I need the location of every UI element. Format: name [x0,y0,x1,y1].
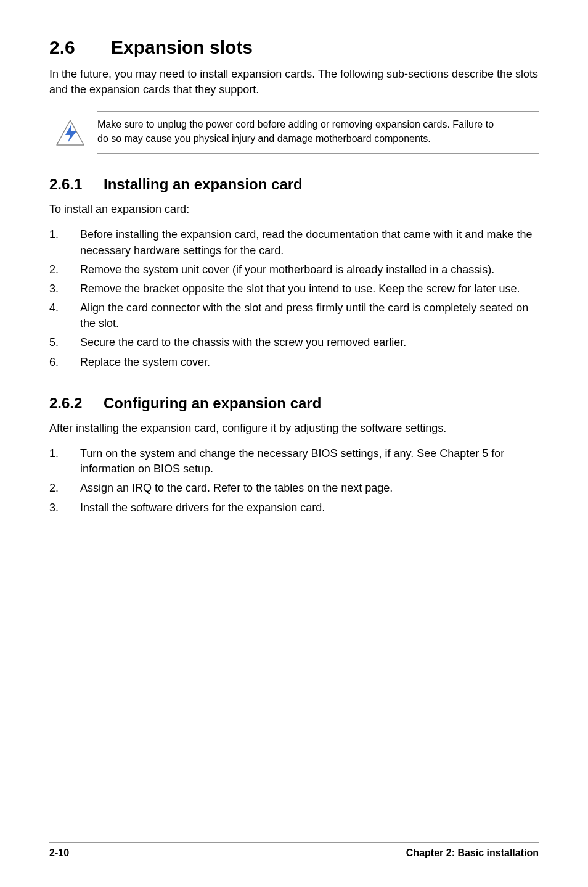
section-title: Expansion slots [111,37,253,57]
subsection-number: 2.6.1 [49,176,104,193]
list-marker: 3. [49,281,59,297]
subsection-number: 2.6.2 [49,395,104,412]
list-marker: 1. [49,446,59,461]
list-text: Replace the system cover. [80,356,210,368]
page-footer: 2-10 Chapter 2: Basic installation [49,842,539,859]
list-marker: 1. [49,227,59,242]
list-text: Remove the bracket opposite the slot tha… [80,283,520,295]
subsection-title: Configuring an expansion card [104,395,321,411]
subsection-title: Installing an expansion card [104,176,303,192]
list-text: Remove the system unit cover (if your mo… [80,263,494,276]
list-item: 1.Before installing the expansion card, … [49,227,539,258]
list-item: 2.Assign an IRQ to the card. Refer to th… [49,481,539,496]
list-item: 6.Replace the system cover. [49,355,539,370]
list-marker: 2. [49,481,59,496]
list-item: 3.Remove the bracket opposite the slot t… [49,281,539,297]
list-text: Before installing the expansion card, re… [80,228,532,256]
configure-steps-list: 1.Turn on the system and change the nece… [49,446,539,516]
list-item: 5.Secure the card to the chassis with th… [49,335,539,350]
list-text: Secure the card to the chassis with the … [80,336,406,349]
subsection-heading-2: 2.6.2Configuring an expansion card [49,395,539,412]
chapter-label: Chapter 2: Basic installation [406,848,539,859]
section-intro: In the future, you may need to install e… [49,67,539,97]
list-marker: 6. [49,355,59,370]
list-text: Align the card connector with the slot a… [80,302,528,329]
list-item: 3.Install the software drivers for the e… [49,500,539,516]
section-number: 2.6 [49,37,111,58]
warning-note: Make sure to unplug the power cord befor… [97,111,539,154]
install-steps-list: 1.Before installing the expansion card, … [49,227,539,370]
list-text: Assign an IRQ to the card. Refer to the … [80,482,393,494]
subsection-intro: After installing the expansion card, con… [49,421,539,436]
list-text: Install the software drivers for the exp… [80,501,325,514]
list-marker: 2. [49,262,59,278]
list-item: 4.Align the card connector with the slot… [49,300,539,331]
list-item: 1.Turn on the system and change the nece… [49,446,539,477]
warning-text: Make sure to unplug the power cord befor… [97,118,539,146]
lightning-warning-icon [55,119,85,146]
section-heading: 2.6Expansion slots [49,37,539,58]
list-marker: 4. [49,300,59,316]
page-number: 2-10 [49,848,69,859]
list-text: Turn on the system and change the necess… [80,447,504,475]
list-marker: 3. [49,500,59,516]
list-marker: 5. [49,335,59,350]
subsection-heading-1: 2.6.1Installing an expansion card [49,176,539,193]
subsection-intro: To install an expansion card: [49,202,539,217]
list-item: 2.Remove the system unit cover (if your … [49,262,539,278]
